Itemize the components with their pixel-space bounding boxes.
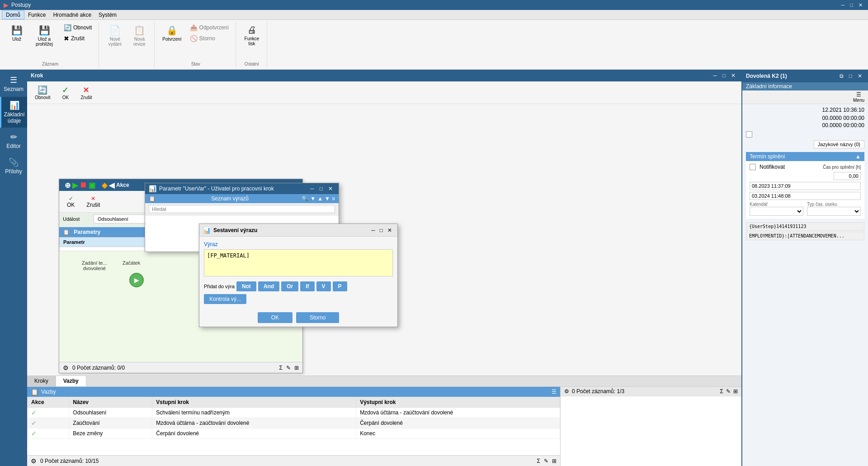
sestaveni-ok-button[interactable]: OK (258, 312, 292, 323)
vazby-menu-icon[interactable]: ☰ (552, 389, 557, 395)
check-icon-1: ✓ (31, 409, 37, 416)
kroky-count: 0 Počet záznamů: 1/3 (572, 388, 624, 395)
date-value2: 00.0000 00:00:00 (822, 115, 864, 121)
param-down-icon[interactable]: ▼ (325, 195, 330, 202)
typ-select[interactable] (807, 207, 861, 216)
param-search-icon[interactable]: 🔍 (302, 195, 308, 202)
new-edition-label: Novévydání (108, 37, 122, 47)
kroky-sum[interactable]: Σ (720, 388, 723, 395)
vyraz-textarea[interactable]: [FP_MATERIAL] (204, 249, 393, 276)
param-filter-icon[interactable]: ▼ (310, 195, 316, 202)
param-list-icon2[interactable]: ≡ (332, 195, 335, 202)
or-button[interactable]: Or (281, 281, 298, 291)
sestaveni-close[interactable]: ✕ (386, 227, 394, 233)
p-button[interactable]: P (333, 281, 347, 291)
kontrola-button[interactable]: Kontrola vý... (204, 294, 246, 304)
ribbon-btn-nova-revize[interactable]: 📋 Novárevize (128, 23, 151, 49)
cas-value-row (750, 172, 861, 180)
ribbon-btn-potvrzeni[interactable]: 🔒 Potvrzení (159, 23, 184, 44)
ribbon-btn-uloz[interactable]: 💾 Ulož (5, 23, 28, 44)
and-button[interactable]: And (258, 281, 279, 291)
not-button[interactable]: Not (236, 281, 256, 291)
kalendar-select[interactable] (750, 207, 803, 216)
krok-close[interactable]: ✕ (729, 71, 738, 80)
if-button[interactable]: If (300, 281, 314, 291)
vazby-edit[interactable]: ✎ (544, 458, 548, 464)
notifikovat-checkbox[interactable] (750, 164, 756, 170)
akce-edit-icon[interactable]: ✎ (286, 365, 291, 371)
kroky-edit[interactable]: ✎ (726, 388, 731, 395)
tab-kroky[interactable]: Kroky (27, 376, 56, 386)
maximize-button[interactable]: □ (848, 2, 855, 8)
param-minimize[interactable]: ─ (308, 184, 316, 193)
cas-input[interactable] (834, 172, 861, 180)
ribbon-btn-nove-vydani[interactable]: 📄 Novévydání (104, 23, 126, 49)
sidebar-item-prilohy[interactable]: 📎 Přílohy (0, 154, 27, 178)
param-search-input[interactable] (149, 205, 335, 213)
date-value1: 12.2021 10:36:10 (822, 107, 864, 113)
ribbon-btn-storno[interactable]: 🚫 Storno (187, 33, 232, 43)
ribbon-btn-odpotvrzeni[interactable]: 📤 Odpotvrzení (187, 23, 232, 33)
play-button[interactable]: ▶ (129, 273, 144, 287)
wf-move-icon[interactable]: ⊕ (65, 181, 71, 190)
dovolena-restore[interactable]: ⧉ (837, 71, 846, 81)
dovolena-menu-btn[interactable]: ☰ Menu (853, 91, 864, 103)
checkbox-input[interactable] (746, 131, 752, 138)
krok-minimize[interactable]: ─ (711, 71, 719, 80)
menu-item-hromadne[interactable]: Hromadné akce (49, 11, 95, 19)
v-button[interactable]: V (316, 281, 331, 291)
param-search-bar (145, 203, 339, 215)
ribbon-btn-funkce-tisk[interactable]: 🖨 Funkcetisk (241, 23, 263, 48)
jazykove-btn[interactable]: Jazykové názvy (0) (814, 140, 864, 148)
wf-stop-icon[interactable]: ⏹ (80, 181, 87, 189)
param-section-title: Seznam výrazů (211, 195, 249, 202)
param-maximize[interactable]: □ (317, 184, 325, 193)
dovolena-close[interactable]: ✕ (855, 71, 864, 81)
ribbon-btn-obnovit[interactable]: 🔄 Obnovit (61, 23, 95, 33)
menu-item-system[interactable]: Systém (95, 11, 120, 19)
wf-info-icon[interactable]: ℹ (97, 181, 100, 190)
main-window: ▶ Postupy ─ □ ✕ Domů Funkce Hromadné akc… (0, 0, 868, 466)
sidebar-item-editor[interactable]: ✏ Editor (0, 128, 27, 153)
menu-item-funkce[interactable]: Funkce (24, 11, 49, 19)
akce-ok-btn[interactable]: ✓ OK (63, 193, 79, 210)
zakladni-icon: 📊 (9, 100, 19, 110)
minimize-button[interactable]: ─ (840, 2, 847, 8)
kroky-export[interactable]: ⊞ (733, 388, 738, 395)
ribbon-btn-zrusit[interactable]: ✖ Zrušit (61, 33, 95, 43)
sidebar-item-seznam[interactable]: ☰ Seznam (0, 71, 27, 96)
sestaveni-storno-button[interactable]: Storno (296, 312, 339, 323)
ribbon-group-ostatni: 🖨 Funkcetisk Ostatní (237, 22, 267, 67)
krok-ok-btn[interactable]: ✓ OK (58, 83, 73, 102)
krok-zrusit-btn[interactable]: ✕ Zrušit (76, 83, 96, 102)
wf-step-icon[interactable]: ▣ (89, 181, 95, 190)
param-up-icon[interactable]: ▲ (317, 195, 323, 202)
param-close[interactable]: ✕ (326, 184, 335, 193)
akce-sum-icon[interactable]: Σ (279, 365, 283, 371)
vazby-export[interactable]: ⊞ (552, 458, 557, 464)
confirm-icon: 🔒 (166, 25, 178, 36)
close-button[interactable]: ✕ (857, 2, 864, 8)
new-edition-icon: 📄 (109, 25, 121, 36)
wf-back-icon[interactable]: ◀ (109, 181, 114, 190)
termin-collapse-icon[interactable]: ▲ (855, 153, 861, 160)
tab-vazby[interactable]: Vazby (56, 376, 86, 386)
sestaveni-minimize[interactable]: ─ (369, 227, 377, 233)
sidebar-item-zakladni[interactable]: 📊 Základníúdaje (0, 97, 27, 128)
ostatni-label: Ostatní (245, 61, 259, 67)
ribbon: 💾 Ulož 💾 Ulož a prohlížej 🔄 Obnovit ✖ Zr… (0, 20, 868, 70)
dovolena-maximize[interactable]: □ (847, 71, 854, 81)
krok-obnovit-btn[interactable]: 🔄 Obnovit (31, 83, 54, 102)
app-icon: ▶ (4, 1, 9, 9)
sestaveni-dialog[interactable]: 📊 Sestavení výrazu ─ □ ✕ Výraz [FP_MATER… (199, 223, 398, 327)
ribbon-btn-uloz-prohlidej[interactable]: 💾 Ulož a prohlížej (30, 23, 59, 49)
sestaveni-maximize[interactable]: □ (378, 227, 385, 233)
menu-item-domu[interactable]: Domů (2, 10, 24, 19)
akce-export-icon[interactable]: ⊞ (294, 365, 299, 371)
wf-play-icon[interactable]: ▶ (72, 181, 78, 190)
akce-zrusit-btn[interactable]: ✕ Zrušit (82, 193, 104, 210)
wf-diamond-icon[interactable]: ◆ (102, 181, 107, 190)
krok-maximize[interactable]: □ (720, 71, 728, 80)
title-bar: ▶ Postupy ─ □ ✕ (0, 0, 868, 10)
vazby-sum[interactable]: Σ (537, 458, 540, 464)
